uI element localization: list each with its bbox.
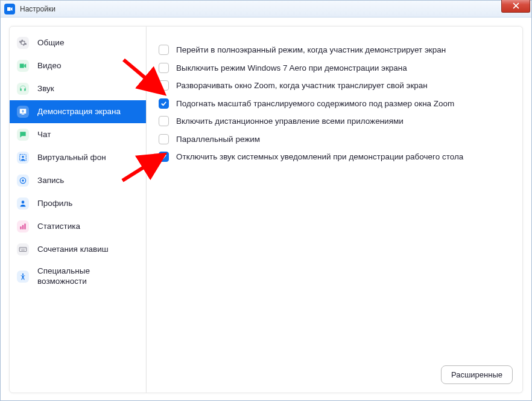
gear-icon [17, 37, 29, 49]
checkbox[interactable] [159, 63, 169, 73]
window-body: Общие Видео Звук Демонстрация экрана [1, 18, 531, 400]
svg-rect-13 [21, 250, 25, 251]
option-label[interactable]: Подогнать масштаб транслируемого содержи… [176, 98, 454, 109]
sidebar-item-audio[interactable]: Звук [10, 77, 146, 100]
svg-point-3 [22, 179, 24, 182]
video-icon [17, 60, 29, 72]
sidebar-item-label: Чат [37, 130, 51, 140]
app-icon [4, 4, 15, 14]
svg-point-1 [22, 156, 24, 158]
svg-rect-6 [22, 225, 24, 229]
svg-rect-7 [24, 223, 25, 229]
chat-icon [17, 129, 29, 141]
checkbox[interactable] [159, 45, 169, 55]
option-maximize: Разворачивать окно Zoom, когда участник … [159, 77, 513, 95]
svg-rect-9 [21, 248, 21, 249]
stats-icon [17, 220, 29, 233]
svg-rect-11 [24, 248, 24, 249]
option-label[interactable]: Выключить режим Windows 7 Aero при демон… [176, 63, 407, 74]
sidebar-item-virtual-bg[interactable]: Виртуальный фон [10, 146, 146, 169]
sidebar-item-stats[interactable]: Статистика [10, 215, 146, 238]
option-label[interactable]: Разворачивать окно Zoom, когда участник … [176, 80, 428, 91]
content-footer: Расширенные [159, 365, 513, 384]
sidebar-item-share-screen[interactable]: Демонстрация экрана [10, 100, 146, 123]
option-label[interactable]: Отключить звук системных уведомлений при… [176, 152, 463, 162]
sidebar-item-label: Специальные возможности [37, 266, 139, 287]
svg-rect-8 [19, 248, 27, 252]
sidebar-item-label: Сочетания клавиш [37, 245, 109, 255]
svg-rect-10 [22, 248, 22, 249]
settings-window: Настройки Общие Видео Зв [0, 0, 532, 401]
sidebar-item-label: Виртуальный фон [37, 153, 106, 163]
sidebar-item-shortcuts[interactable]: Сочетания клавиш [10, 238, 146, 261]
option-label[interactable]: Параллельный режим [176, 134, 260, 145]
share-screen-icon [17, 106, 29, 118]
sidebar-item-chat[interactable]: Чат [10, 123, 146, 146]
close-button[interactable] [501, 0, 530, 13]
advanced-button[interactable]: Расширенные [441, 365, 513, 384]
sidebar-item-video[interactable]: Видео [10, 54, 146, 77]
virtual-bg-icon [17, 152, 29, 164]
sidebar-item-label: Звук [37, 84, 54, 94]
option-disable-aero: Выключить режим Windows 7 Aero при демон… [159, 59, 513, 77]
checkbox[interactable] [159, 116, 169, 126]
sidebar-item-label: Видео [37, 61, 61, 71]
sidebar-item-label: Общие [37, 38, 64, 48]
sidebar: Общие Видео Звук Демонстрация экрана [9, 26, 147, 393]
svg-point-4 [22, 200, 25, 204]
record-icon [17, 175, 29, 187]
sidebar-item-label: Профиль [37, 199, 72, 209]
keyboard-icon [17, 243, 29, 255]
accessibility-icon [17, 271, 29, 283]
option-fullscreen: Перейти в полноэкранный режим, когда уча… [159, 41, 513, 59]
option-label[interactable]: Включить дистанционное управление всеми … [176, 116, 404, 127]
svg-rect-12 [25, 248, 25, 249]
option-label[interactable]: Перейти в полноэкранный режим, когда уча… [176, 45, 446, 56]
checkbox[interactable] [159, 134, 169, 144]
sidebar-item-accessibility[interactable]: Специальные возможности [10, 261, 146, 292]
svg-rect-5 [20, 226, 21, 229]
sidebar-item-profile[interactable]: Профиль [10, 192, 146, 215]
content-panel: Перейти в полноэкранный режим, когда уча… [147, 26, 523, 393]
checkbox[interactable] [159, 98, 169, 109]
svg-point-14 [22, 274, 24, 275]
options-list: Перейти в полноэкранный режим, когда уча… [159, 41, 513, 166]
window-title: Настройки [20, 5, 55, 13]
sidebar-item-recording[interactable]: Запись [10, 169, 146, 192]
sidebar-item-general[interactable]: Общие [10, 31, 146, 54]
headset-icon [17, 83, 29, 95]
profile-icon [17, 197, 29, 210]
checkbox[interactable] [159, 80, 169, 91]
sidebar-item-label: Запись [37, 176, 64, 186]
sidebar-item-label: Статистика [37, 222, 80, 232]
option-side-by-side: Параллельный режим [159, 130, 513, 149]
option-scale-fit: Подогнать масштаб транслируемого содержи… [159, 95, 513, 113]
option-remote-control: Включить дистанционное управление всеми … [159, 112, 513, 130]
titlebar[interactable]: Настройки [1, 1, 531, 18]
sidebar-item-label: Демонстрация экрана [37, 107, 121, 117]
option-silence-notifications: Отключить звук системных уведомлений при… [159, 148, 513, 166]
checkbox[interactable] [159, 152, 169, 162]
